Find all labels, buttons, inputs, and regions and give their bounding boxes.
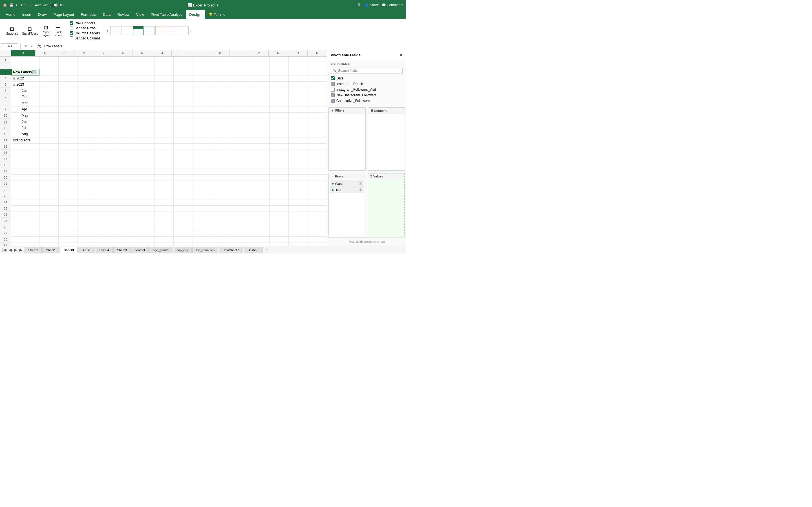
row-num-21[interactable]: 21: [0, 180, 11, 187]
tab-view[interactable]: View: [133, 10, 147, 19]
field-item-new-instagram-followers[interactable]: New_Instagram_Followers: [331, 93, 403, 98]
undo-icon[interactable]: ↩: [16, 3, 18, 7]
pivot-area-values-content[interactable]: [368, 179, 405, 236]
row-num-3[interactable]: 3: [0, 69, 11, 75]
cell-A8[interactable]: Mar: [11, 100, 39, 106]
comments-icon[interactable]: 💬 Comments: [382, 3, 403, 7]
col-header-D[interactable]: D: [74, 50, 94, 56]
row-num-30[interactable]: 30: [0, 236, 11, 242]
cell-A5[interactable]: ⊟ 2023: [11, 81, 39, 88]
sheet-nav-prev[interactable]: ◀: [8, 247, 13, 252]
cancel-formula-icon[interactable]: ✕: [23, 44, 29, 48]
row-num-4[interactable]: 4: [0, 75, 11, 81]
style-thumb-3[interactable]: [133, 26, 144, 35]
tab-insert[interactable]: Insert: [19, 10, 35, 19]
row-headers-checkbox-row[interactable]: Row Headers: [70, 20, 100, 25]
sheet-tab-sheet3[interactable]: Sheet3: [60, 247, 78, 253]
blank-rows-button[interactable]: ☰ BlankRows: [52, 23, 64, 38]
gallery-prev-arrow[interactable]: ‹: [106, 27, 109, 34]
col-header-P[interactable]: P: [308, 50, 327, 56]
style-thumb-1[interactable]: [110, 26, 121, 35]
expand-2022-btn[interactable]: ⊞: [13, 77, 15, 80]
cell-A10[interactable]: May: [11, 112, 39, 119]
col-header-L[interactable]: L: [230, 50, 249, 56]
row-num-20[interactable]: 20: [0, 174, 11, 180]
cell-A3[interactable]: Row Labels ▾: [11, 69, 39, 75]
banded-rows-checkbox-row[interactable]: Banded Rows: [70, 25, 100, 31]
cell-A4[interactable]: ⊞ 2022: [11, 75, 39, 81]
pivot-panel-close-icon[interactable]: ✕: [399, 52, 403, 58]
formula-input[interactable]: [43, 44, 405, 49]
row-num-14[interactable]: 14: [0, 137, 11, 144]
col-header-F[interactable]: F: [113, 50, 133, 56]
pivot-field-tag-years[interactable]: Years ⓘ: [330, 180, 364, 186]
row-num-16[interactable]: 16: [0, 150, 11, 156]
sheet-tab-sheet1[interactable]: Sheet1: [42, 247, 59, 253]
sheet-tab-content[interactable]: content: [131, 247, 149, 253]
cell-reference-input[interactable]: [1, 43, 18, 49]
row-num-12[interactable]: 12: [0, 125, 11, 131]
tab-pivot-analyse[interactable]: Pivot Table Analyse: [147, 10, 186, 19]
row-num-9[interactable]: 9: [0, 106, 11, 112]
home-icon[interactable]: 🏠: [3, 3, 7, 7]
row-num-7[interactable]: 7: [0, 94, 11, 100]
field-item-date[interactable]: Date: [331, 75, 403, 81]
col-header-E[interactable]: E: [94, 50, 113, 56]
tab-data[interactable]: Data: [100, 10, 114, 19]
tab-review[interactable]: Review: [114, 10, 133, 19]
pivot-field-tag-date[interactable]: Date ⓘ: [330, 187, 364, 193]
cell-A12[interactable]: Jul: [11, 125, 39, 131]
field-checkbox-date[interactable]: [331, 76, 335, 80]
row-num-17[interactable]: 17: [0, 156, 11, 162]
sheet-tab-sheet3b[interactable]: Sheet3: [113, 247, 131, 253]
redo-icon[interactable]: ↪: [25, 3, 28, 7]
sheet-nav-prev-prev[interactable]: |◀: [1, 247, 8, 252]
row-num-11[interactable]: 11: [0, 119, 11, 125]
col-header-G[interactable]: G: [133, 50, 152, 56]
cell-A14[interactable]: Grand Total: [11, 137, 39, 144]
share-icon[interactable]: 👤 Share: [364, 3, 378, 7]
sheet-tab-top-city[interactable]: top_city: [174, 247, 192, 253]
style-thumb-4[interactable]: [144, 26, 155, 35]
col-header-B[interactable]: B: [36, 50, 55, 56]
col-header-N[interactable]: N: [269, 50, 288, 56]
pivot-area-filters-content[interactable]: [329, 114, 365, 170]
banded-rows-checkbox[interactable]: [70, 26, 73, 30]
row-num-25[interactable]: 25: [0, 205, 11, 212]
cell-A11[interactable]: Jun: [11, 119, 39, 125]
col-header-A[interactable]: A: [11, 50, 36, 56]
col-header-C[interactable]: C: [55, 50, 74, 56]
row-num-19[interactable]: 19: [0, 168, 11, 174]
row-num-6[interactable]: 6: [0, 88, 11, 94]
tab-page-layout[interactable]: Page Layout: [50, 10, 78, 19]
cell-A9[interactable]: Apr: [11, 106, 39, 112]
pivot-area-columns-content[interactable]: [368, 114, 405, 170]
row-num-15[interactable]: 15: [0, 144, 11, 150]
row-headers-checkbox[interactable]: [70, 21, 73, 25]
row-num-22[interactable]: 22: [0, 187, 11, 193]
col-header-O[interactable]: O: [288, 50, 308, 56]
more-commands-icon[interactable]: ···: [30, 3, 33, 7]
save-icon[interactable]: 💾: [9, 3, 13, 7]
row-num-5[interactable]: 5: [0, 81, 11, 88]
banded-columns-checkbox[interactable]: [70, 36, 73, 40]
banded-columns-checkbox-row[interactable]: Banded Columns: [70, 36, 100, 41]
col-header-M[interactable]: M: [249, 50, 269, 56]
col-header-J[interactable]: J: [191, 50, 211, 56]
row-num-18[interactable]: 18: [0, 162, 11, 168]
sheet-tab-sheet4[interactable]: Sheet4: [96, 247, 113, 253]
tab-home[interactable]: Home: [2, 10, 19, 19]
style-thumb-5[interactable]: [155, 26, 166, 35]
row-num-23[interactable]: 23: [0, 193, 11, 199]
cell-A13[interactable]: Aug: [11, 131, 39, 137]
undo-dropdown-icon[interactable]: ▾: [21, 3, 22, 7]
search-fields-input[interactable]: [338, 69, 401, 73]
cell-B1[interactable]: [39, 57, 58, 63]
sheet-nav-next-next[interactable]: ▶|: [18, 247, 25, 252]
date-field-info-icon[interactable]: ⓘ: [359, 188, 362, 192]
tab-tell-me[interactable]: 💡 Tell me: [205, 10, 229, 19]
row-num-27[interactable]: 27: [0, 218, 11, 224]
search-icon[interactable]: 🔍: [357, 3, 362, 7]
report-layout-button[interactable]: ⊡ ReportLayout: [40, 23, 52, 38]
cell-A1[interactable]: [11, 57, 39, 63]
